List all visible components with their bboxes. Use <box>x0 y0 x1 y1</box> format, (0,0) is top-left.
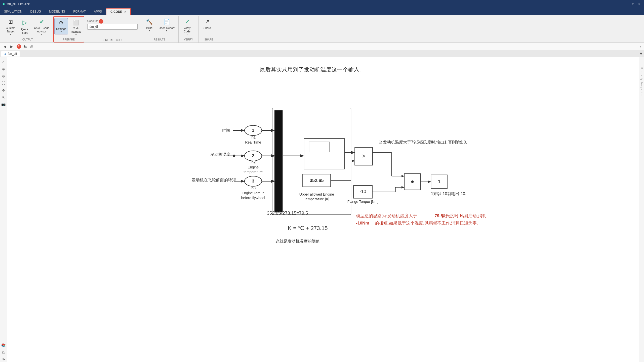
sidebar-select-icon[interactable]: ↖ <box>1 95 6 100</box>
sidebar-pan-icon[interactable]: ✥ <box>1 87 6 93</box>
ribbon-content: ⊞ Custom Target ▼ ▷ Quick Start ✔ C/C++ … <box>0 15 644 43</box>
svg-text:before flywheel: before flywheel <box>241 196 265 200</box>
code-for-input[interactable] <box>87 24 138 30</box>
sidebar-screenshot-icon[interactable]: 📷 <box>1 102 6 107</box>
open-report-button[interactable]: 📄 Open Report ▼ <box>157 17 176 33</box>
callout-2: 2 <box>17 44 21 49</box>
svg-text:这就是发动机温度的阈值: 这就是发动机温度的阈值 <box>275 239 320 243</box>
svg-text:-10Nm: -10Nm <box>356 220 369 225</box>
custom-target-icon: ⊞ <box>8 18 13 26</box>
app-icon: ■ <box>3 2 5 6</box>
minimize-button[interactable]: ─ <box>625 2 629 6</box>
sidebar-fit-icon[interactable]: ⛶ <box>1 80 6 86</box>
svg-text:K = ℃ + 273.15: K = ℃ + 273.15 <box>288 225 328 231</box>
svg-text:Engine Torque: Engine Torque <box>242 191 265 195</box>
sidebar-expand-icon[interactable]: ≫ <box>1 356 6 362</box>
tab-ccode[interactable]: C CODE ✕ <box>106 8 131 15</box>
tab-format[interactable]: FORMAT <box>69 8 90 15</box>
svg-point-41 <box>411 180 414 183</box>
verify-code-button[interactable]: ✔ Verify Code ▼ <box>181 17 194 37</box>
svg-text:In2: In2 <box>251 160 256 164</box>
tab-modeling[interactable]: MODELING <box>45 8 69 15</box>
canvas-container: 最后其实只用到了发动机温度这一个输入. 1 In1 Real Time 时间 2… <box>7 57 639 362</box>
open-report-dropdown-arrow: ▼ <box>166 30 168 32</box>
nav-bar: ◀ ▶ 2 fan_dll ▼ <box>0 43 644 50</box>
build-button[interactable]: 🔨 Build ▼ <box>143 17 156 33</box>
model-tab-bar: ◈ fan_dll ▼ <box>0 50 644 57</box>
svg-text:3: 3 <box>252 179 254 183</box>
share-group-label: SHARE <box>201 38 217 41</box>
svg-text:temperature: temperature <box>244 170 263 174</box>
svg-text:模型总的思路为:发动机温度大于: 模型总的思路为:发动机温度大于 <box>356 213 417 218</box>
nav-back-button[interactable]: ◀ <box>2 44 8 49</box>
results-buttons: 🔨 Build ▼ 📄 Open Report ▼ <box>143 16 176 38</box>
tab-apps[interactable]: APPS <box>90 8 106 15</box>
svg-text:>: > <box>362 153 365 159</box>
model-tab-fan-dll[interactable]: ◈ fan_dll <box>1 51 20 57</box>
results-group-label: RESULTS <box>143 38 176 41</box>
settings-dropdown-arrow: ▼ <box>60 31 62 33</box>
maximize-button[interactable]: □ <box>631 2 635 6</box>
property-inspector-label: Property Inspector <box>640 67 643 97</box>
svg-text:In3: In3 <box>251 186 256 190</box>
diagram-svg: 最后其实只用到了发动机温度这一个输入. 1 In1 Real Time 时间 2… <box>7 57 639 362</box>
svg-text:Engine: Engine <box>248 165 259 169</box>
sidebar-zoom-out-icon[interactable]: ⊖ <box>1 73 6 79</box>
svg-text:Temperature [K]: Temperature [K] <box>304 197 330 201</box>
tab-simulation[interactable]: SIMULATION <box>0 8 26 15</box>
sidebar-explorer-icon[interactable]: 🗂 <box>1 349 6 355</box>
sidebar-home-icon[interactable]: ⌂ <box>1 59 6 65</box>
ribbon-group-prepare: ⚙ Settings ▼ ⬜ Code Interface ▼ PREPARE <box>53 16 84 42</box>
title-bar-left: ■ fan_dll - Simulink <box>3 2 30 6</box>
code-interface-button[interactable]: ⬜ Code Interface ▼ <box>69 18 83 37</box>
quick-start-button[interactable]: ▷ Quick Start <box>18 17 31 36</box>
code-interface-icon: ⬜ <box>73 19 79 26</box>
svg-text:发动机在飞轮前面的转矩: 发动机在飞轮前面的转矩 <box>192 177 236 182</box>
svg-text:1乘以-10就输出-10.: 1乘以-10就输出-10. <box>431 191 466 196</box>
settings-button[interactable]: ⚙ Settings ▼ <box>54 18 68 34</box>
title-bar-right: ─ □ ✕ <box>625 2 641 6</box>
model-tab-icon: ◈ <box>4 53 6 55</box>
svg-text:最后其实只用到了发动机温度这一个输入.: 最后其实只用到了发动机温度这一个输入. <box>260 66 361 73</box>
svg-text:摄氏度时,风扇启动,消耗: 摄氏度时,风扇启动,消耗 <box>441 213 487 218</box>
svg-text:Flange Torque [Nm]: Flange Torque [Nm] <box>347 200 379 204</box>
tab-close-icon[interactable]: ✕ <box>124 11 126 13</box>
tab-debug[interactable]: DEBUG <box>26 8 45 15</box>
svg-text:当发动机温度大于79.5摄氏度时,输出1,否则输出0.: 当发动机温度大于79.5摄氏度时,输出1,否则输出0. <box>379 140 467 144</box>
sidebar-zoom-in-icon[interactable]: ⊕ <box>1 66 6 72</box>
code-interface-dropdown-arrow: ▼ <box>75 34 77 36</box>
svg-text:Real Time: Real Time <box>245 140 261 144</box>
model-tab-expand-icon[interactable]: ▼ <box>639 52 643 56</box>
svg-text:Upper allowed Engine: Upper allowed Engine <box>299 192 334 196</box>
code-advisor-button[interactable]: ✔ C/C++ Code Advisor ▼ <box>32 17 51 37</box>
breadcrumb-model: fan_dll <box>24 45 33 48</box>
nav-dropdown-arrow[interactable]: ▼ <box>639 45 642 48</box>
verify-buttons: ✔ Verify Code ▼ <box>181 16 196 38</box>
output-buttons: ⊞ Custom Target ▼ ▷ Quick Start ✔ C/C++ … <box>4 16 51 38</box>
svg-text:-10: -10 <box>359 189 366 194</box>
generate-code-label: GENERATE CODE <box>87 39 138 41</box>
custom-target-button[interactable]: ⊞ Custom Target ▼ <box>4 17 17 37</box>
callout-1: 1 <box>99 19 103 24</box>
code-advisor-icon: ✔ <box>39 18 44 26</box>
svg-text:2: 2 <box>252 153 254 158</box>
prepare-buttons: ⚙ Settings ▼ ⬜ Code Interface ▼ <box>54 17 83 38</box>
verify-code-dropdown-arrow: ▼ <box>186 33 188 36</box>
nav-forward-button[interactable]: ▶ <box>9 44 15 49</box>
quick-start-icon: ▷ <box>22 18 27 27</box>
share-button[interactable]: ↗ Share <box>201 17 214 31</box>
title-bar: ■ fan_dll - Simulink ─ □ ✕ <box>0 0 644 8</box>
svg-text:1: 1 <box>438 179 440 184</box>
svg-rect-1 <box>275 111 282 212</box>
build-icon: 🔨 <box>146 18 153 26</box>
breadcrumb: fan_dll <box>24 45 33 48</box>
share-icon: ↗ <box>205 18 210 26</box>
ribbon-group-output: ⊞ Custom Target ▼ ▷ Quick Start ✔ C/C++ … <box>2 16 53 42</box>
svg-text:的扭矩.如果低于这个温度,风扇就不工作,消耗扭矩为零.: 的扭矩.如果低于这个温度,风扇就不工作,消耗扭矩为零. <box>375 220 478 225</box>
settings-icon: ⚙ <box>59 19 64 27</box>
left-sidebar: ⌂ ⊕ ⊖ ⛶ ✥ ↖ 📷 📚 🗂 ≫ <box>0 57 7 362</box>
svg-text:In1: In1 <box>251 135 256 139</box>
close-button[interactable]: ✕ <box>637 2 641 6</box>
svg-text:352.65: 352.65 <box>310 178 324 183</box>
sidebar-library-icon[interactable]: 📚 <box>1 342 6 348</box>
